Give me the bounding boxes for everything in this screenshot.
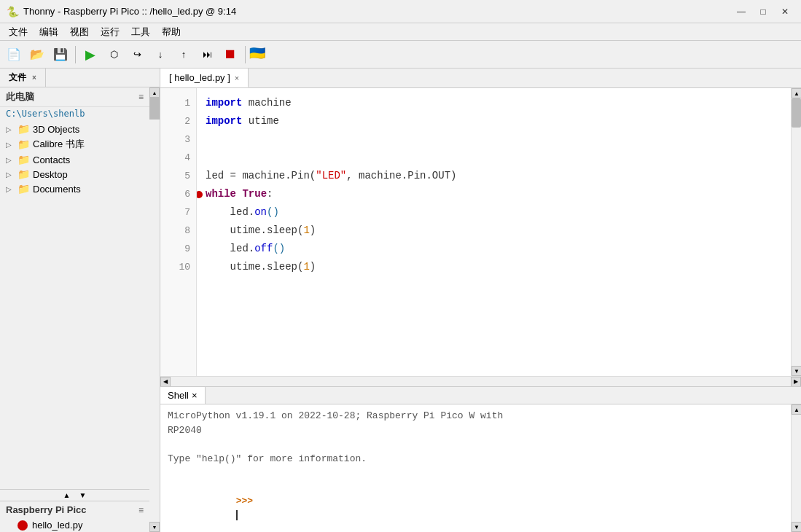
shell-scroll-down[interactable]: ▼ bbox=[792, 522, 801, 532]
scroll-down-arrow[interactable]: ▼ bbox=[149, 522, 160, 532]
expand-icon: ▷ bbox=[6, 156, 15, 164]
tree-item-contacts[interactable]: ▷ 📁 Contacts bbox=[0, 152, 149, 167]
editor-horizontal-scrollbar: ◀ ▶ bbox=[160, 376, 801, 386]
left-panel-tab-bar: 文件 × bbox=[0, 69, 160, 87]
shell-line-2: RP2040 bbox=[168, 423, 784, 438]
save-file-btn[interactable]: 💾 bbox=[50, 44, 71, 66]
keyword-while: while bbox=[206, 185, 236, 203]
tree-item-3dobjects[interactable]: ▷ 📁 3D Objects bbox=[0, 122, 149, 136]
ln-5: 5 bbox=[160, 167, 190, 185]
editor-scroll-up[interactable]: ▲ bbox=[792, 88, 801, 98]
editor-scroll-track[interactable] bbox=[792, 98, 801, 366]
computer-file-tree: ▷ 📁 3D Objects ▷ 📁 Calibre 书库 ▷ 📁 Contac… bbox=[0, 122, 149, 489]
tree-item-desktop[interactable]: ▷ 📁 Desktop bbox=[0, 167, 149, 181]
scroll-down-btn[interactable]: ▼ bbox=[75, 490, 91, 501]
editor-scroll-left[interactable]: ◀ bbox=[160, 377, 171, 387]
shell-line-3 bbox=[168, 437, 784, 452]
scroll-thumb[interactable] bbox=[149, 98, 160, 120]
files-tab-close[interactable]: × bbox=[32, 74, 36, 82]
code-text: led = machine.Pin("LED", machine.Pin.OUT… bbox=[206, 167, 456, 185]
file-tree-path: C:\Users\shenlb bbox=[0, 107, 149, 122]
menu-help[interactable]: 帮助 bbox=[156, 24, 187, 40]
shell-content[interactable]: MicroPython v1.19.1 on 2022-10-28; Raspb… bbox=[160, 404, 791, 532]
code-text: utime.sleep(1) bbox=[206, 222, 316, 240]
keyword-import-2: import bbox=[206, 112, 242, 130]
toolbar-sep-2 bbox=[245, 46, 246, 63]
rpi-section: Raspberry Pi Picc ≡ hello_led.py bbox=[0, 501, 149, 532]
ln-4: 4 bbox=[160, 149, 190, 167]
code-line-3 bbox=[206, 130, 791, 149]
stop-btn[interactable]: ⏹ bbox=[219, 44, 241, 66]
close-button[interactable]: ✕ bbox=[775, 3, 795, 20]
step-over-btn[interactable]: ↪ bbox=[126, 44, 148, 66]
menu-edit[interactable]: 编辑 bbox=[34, 24, 64, 40]
shell-scroll-up[interactable]: ▲ bbox=[792, 404, 801, 415]
code-line-9: led.off() bbox=[206, 240, 791, 258]
shell-prompt-line[interactable]: >>> bbox=[168, 480, 784, 533]
rpi-name: Raspberry Pi Picc bbox=[6, 504, 87, 515]
code-area[interactable]: import machine import utime led = machin… bbox=[197, 88, 791, 376]
editor-tab-helloled[interactable]: [ hello_led.py ] × bbox=[160, 69, 249, 87]
maximize-button[interactable]: □ bbox=[753, 3, 773, 20]
expand-icon: ▷ bbox=[6, 125, 15, 133]
shell-scroll-track[interactable] bbox=[792, 415, 801, 522]
code-text bbox=[236, 185, 242, 203]
expand-icon: ▷ bbox=[6, 141, 15, 149]
minimize-button[interactable]: — bbox=[731, 3, 751, 20]
item-label: 3D Objects bbox=[33, 124, 79, 135]
code-line-10: utime.sleep(1) bbox=[206, 258, 791, 276]
menu-run[interactable]: 运行 bbox=[95, 24, 125, 40]
rpi-header: Raspberry Pi Picc ≡ bbox=[0, 501, 149, 518]
ln-6: 6 bbox=[160, 185, 190, 203]
menu-view[interactable]: 视图 bbox=[64, 24, 95, 40]
editor-scroll-down[interactable]: ▼ bbox=[792, 366, 801, 376]
shell-tab[interactable]: Shell × bbox=[160, 387, 206, 404]
folder-icon: 📁 bbox=[17, 123, 30, 135]
files-tab-label: 文件 bbox=[9, 71, 26, 84]
main-layout: 文件 × 此电脑 ≡ C:\Users\shenlb ▷ 📁 3D Object… bbox=[0, 69, 801, 532]
scroll-up-arrow[interactable]: ▲ bbox=[149, 87, 160, 98]
files-tab[interactable]: 文件 × bbox=[0, 69, 46, 87]
folder-icon: 📁 bbox=[17, 154, 30, 165]
tree-item-calibre[interactable]: ▷ 📁 Calibre 书库 bbox=[0, 136, 149, 152]
code-line-1: import machine bbox=[206, 94, 791, 112]
open-file-btn[interactable]: 📂 bbox=[26, 44, 48, 66]
editor-scroll-thumb[interactable] bbox=[792, 98, 801, 128]
menu-file[interactable]: 文件 bbox=[3, 24, 34, 40]
tree-item-documents[interactable]: ▷ 📁 Documents bbox=[0, 181, 149, 196]
rpi-menu-icon[interactable]: ≡ bbox=[138, 505, 144, 515]
item-label: Contacts bbox=[33, 154, 70, 165]
step-out-btn[interactable]: ↑ bbox=[173, 44, 195, 66]
header-menu-icon[interactable]: ≡ bbox=[138, 92, 144, 102]
run-btn[interactable]: ▶ bbox=[79, 44, 101, 66]
scroll-up-btn[interactable]: ▲ bbox=[59, 490, 75, 501]
expand-icon: ▷ bbox=[6, 171, 15, 179]
title-bar: 🐍 Thonny - Raspberry Pi Pico :: /hello_l… bbox=[0, 0, 801, 23]
right-panel: [ hello_led.py ] × 1 2 3 4 5 6 7 8 9 10 … bbox=[160, 69, 801, 532]
left-panel: 文件 × 此电脑 ≡ C:\Users\shenlb ▷ 📁 3D Object… bbox=[0, 69, 160, 532]
shell-tab-label: Shell bbox=[168, 390, 189, 401]
new-file-btn[interactable]: 📄 bbox=[3, 44, 25, 66]
editor-tab-close[interactable]: × bbox=[235, 74, 239, 82]
resume-btn[interactable]: ⏭ bbox=[196, 44, 218, 66]
expand-icon: ▷ bbox=[6, 185, 15, 193]
line-numbers: 1 2 3 4 5 6 7 8 9 10 bbox=[160, 88, 197, 376]
rpi-file-helloled[interactable]: hello_led.py bbox=[0, 518, 149, 532]
debug-btn[interactable]: ⬡ bbox=[103, 44, 125, 66]
ln-1: 1 bbox=[160, 94, 190, 112]
step-into-btn[interactable]: ↓ bbox=[149, 44, 171, 66]
editor-scroll-right[interactable]: ▶ bbox=[791, 377, 801, 387]
editor-area: 1 2 3 4 5 6 7 8 9 10 import machine impo… bbox=[160, 88, 801, 376]
editor-vertical-scrollbar: ▲ ▼ bbox=[791, 88, 801, 376]
menu-tools[interactable]: 工具 bbox=[125, 24, 156, 40]
editor-hscroll-track[interactable] bbox=[171, 377, 791, 386]
shell-line-4: Type "help()" for more information. bbox=[168, 452, 784, 466]
shell-tab-bar: Shell × bbox=[160, 387, 801, 404]
code-text: led.off() bbox=[206, 240, 285, 258]
shell-prompt: >>> bbox=[236, 496, 259, 506]
shell-tab-close[interactable]: × bbox=[192, 390, 198, 401]
folder-icon: 📁 bbox=[17, 183, 30, 195]
window-controls: — □ ✕ bbox=[731, 3, 795, 20]
toolbar-sep-1 bbox=[75, 46, 76, 63]
code-line-5: led = machine.Pin("LED", machine.Pin.OUT… bbox=[206, 167, 791, 185]
